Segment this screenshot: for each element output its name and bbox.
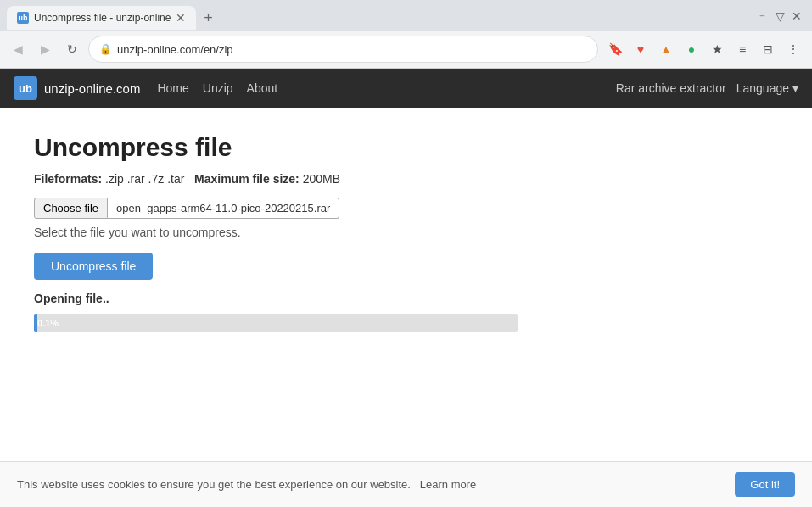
toolbar-icons: 🔖 ♥ ▲ ● ★ ≡ ⊟ ⋮: [603, 37, 805, 61]
reload-btn[interactable]: ↻: [61, 38, 83, 60]
page-title: Uncompress file: [34, 133, 778, 162]
vpn-icon[interactable]: ♥: [629, 37, 652, 61]
tab-close-btn[interactable]: ✕: [176, 11, 186, 25]
language-label: Language: [736, 81, 789, 95]
extension-icon2[interactable]: ★: [705, 37, 729, 61]
back-btn[interactable]: ◀: [7, 38, 29, 60]
browser-maximize-btn[interactable]: ▽: [772, 8, 788, 25]
progress-bar: 0.1%: [34, 314, 37, 332]
progress-label: 0.1%: [37, 318, 59, 328]
cookie-banner: This website uses cookies to ensure you …: [0, 461, 812, 507]
fileformats-value: .zip .rar .7z .tar: [105, 172, 184, 186]
fileformats-label: Fileformats:: [34, 172, 102, 186]
new-tab-btn[interactable]: +: [196, 6, 220, 30]
cookie-text: This website uses cookies to ensure you …: [17, 478, 725, 491]
chevron-down-icon: ▾: [792, 81, 798, 95]
tab-title: Uncompress file - unzip-online: [34, 12, 171, 24]
file-name-display: open_gapps-arm64-11.0-pico-20220215.rar: [108, 198, 339, 219]
extension-icon3[interactable]: ≡: [731, 37, 754, 61]
warning-icon[interactable]: ▲: [654, 37, 678, 61]
extension-icon1[interactable]: ●: [680, 37, 703, 61]
extension-icon4[interactable]: ⊟: [756, 37, 780, 61]
tab-bar: ub Uncompress file - unzip-online ✕ + ﹣ …: [0, 0, 812, 31]
bookmark-icon[interactable]: 🔖: [603, 37, 627, 61]
site-nav-right: Rar archive extractor Language ▾: [616, 81, 798, 95]
nav-link-unzip[interactable]: Unzip: [203, 81, 233, 95]
progress-container: 0.1%: [34, 314, 518, 332]
uncompress-btn[interactable]: Uncompress file: [34, 253, 153, 280]
main-content: Uncompress file Fileformats: .zip .rar .…: [0, 108, 812, 430]
browser-chrome: ub Uncompress file - unzip-online ✕ + ﹣ …: [0, 0, 812, 69]
nav-link-about[interactable]: About: [247, 81, 278, 95]
file-input-row: Choose file open_gapps-arm64-11.0-pico-2…: [34, 198, 778, 219]
opening-status: Opening file..: [34, 292, 778, 305]
site-logo[interactable]: ub unzip-online.com: [14, 76, 140, 100]
address-bar: ◀ ▶ ↻ 🔒 unzip-online.com/en/zip 🔖 ♥ ▲ ● …: [0, 31, 812, 68]
site-nav: ub unzip-online.com Home Unzip About Rar…: [0, 69, 812, 108]
maxsize-value: 200MB: [303, 172, 340, 186]
site-nav-links: Home Unzip About: [157, 81, 277, 95]
site-logo-text: unzip-online.com: [44, 81, 140, 96]
nav-link-home[interactable]: Home: [157, 81, 188, 95]
cookie-message: This website uses cookies to ensure you …: [17, 478, 411, 491]
tab-favicon: ub: [17, 12, 29, 24]
language-dropdown[interactable]: Language ▾: [736, 81, 798, 95]
browser-tab[interactable]: ub Uncompress file - unzip-online ✕: [7, 6, 196, 30]
tab-right-controls: ﹣ ▽ ✕: [753, 7, 805, 29]
rar-extractor-link[interactable]: Rar archive extractor: [616, 81, 726, 95]
maxsize-label: Maximum file size:: [194, 172, 300, 186]
url-bar[interactable]: 🔒 unzip-online.com/en/zip: [88, 36, 598, 63]
site-logo-icon: ub: [14, 76, 37, 100]
select-hint: Select the file you want to uncompress.: [34, 226, 778, 239]
choose-file-btn[interactable]: Choose file: [34, 198, 108, 219]
cookie-got-it-btn[interactable]: Got it!: [735, 472, 795, 497]
lock-icon: 🔒: [99, 43, 112, 55]
url-text: unzip-online.com/en/zip: [117, 43, 587, 56]
cookie-learn-more-link[interactable]: Learn more: [420, 478, 476, 491]
browser-minimize-btn[interactable]: ﹣: [753, 7, 772, 25]
browser-close-btn[interactable]: ✕: [788, 8, 805, 25]
forward-btn[interactable]: ▶: [34, 38, 56, 60]
menu-btn[interactable]: ⋮: [781, 37, 805, 61]
fileformats-row: Fileformats: .zip .rar .7z .tar Maximum …: [34, 172, 778, 186]
